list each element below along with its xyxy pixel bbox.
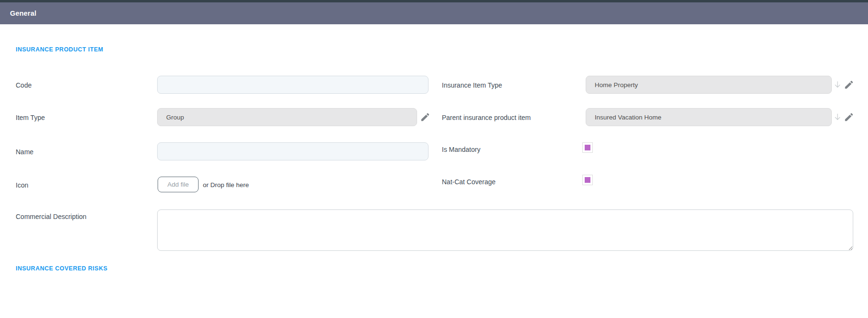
section-heading-insurance-product-item: INSURANCE PRODUCT ITEM	[16, 46, 103, 53]
commercial-description-label: Commercial Description	[16, 213, 87, 220]
checkbox-fill	[585, 145, 590, 150]
insurance-item-type-label: Insurance Item Type	[442, 81, 502, 89]
name-input[interactable]	[157, 142, 429, 160]
down-arrow-icon	[833, 80, 842, 90]
insurance-item-type-pencil-icon[interactable]	[844, 80, 854, 90]
name-label: Name	[16, 148, 33, 156]
code-label: Code	[16, 81, 31, 89]
down-arrow-icon	[833, 112, 842, 122]
checkbox-fill	[585, 177, 590, 183]
pencil-icon	[420, 112, 430, 122]
nat-cat-coverage-checkbox[interactable]	[582, 175, 593, 185]
section-heading-insurance-covered-risks: INSURANCE COVERED RISKS	[16, 265, 108, 272]
parent-insurance-product-item-label: Parent insurance product item	[442, 114, 531, 121]
group-header-title: General	[10, 10, 36, 17]
item-type-label: Item Type	[16, 114, 45, 121]
parent-insurance-product-item-pencil-icon[interactable]	[844, 112, 854, 122]
icon-field-label: Icon	[16, 181, 28, 189]
record-page: General INSURANCE PRODUCT ITEM Code Insu…	[0, 0, 868, 318]
item-type-field[interactable]: Group	[157, 108, 417, 126]
parent-insurance-product-item-dropdown-arrow-icon[interactable]	[833, 112, 842, 122]
pencil-icon	[844, 112, 854, 122]
commercial-description-textarea[interactable]	[157, 209, 853, 251]
drop-file-hint: or Drop file here	[203, 181, 249, 189]
pencil-icon	[844, 80, 854, 90]
insurance-item-type-dropdown-arrow-icon[interactable]	[833, 80, 842, 90]
is-mandatory-checkbox[interactable]	[582, 142, 593, 153]
parent-insurance-product-item-field[interactable]: Insured Vacation Home	[586, 108, 832, 126]
is-mandatory-label: Is Mandatory	[442, 146, 480, 153]
item-type-pencil-icon[interactable]	[420, 112, 430, 122]
general-group-header[interactable]: General	[0, 2, 868, 24]
nat-cat-coverage-label: Nat-Cat Coverage	[442, 178, 496, 186]
code-input[interactable]	[157, 76, 429, 94]
add-file-button[interactable]: Add file	[158, 177, 199, 192]
insurance-item-type-field[interactable]: Home Property	[586, 76, 832, 94]
